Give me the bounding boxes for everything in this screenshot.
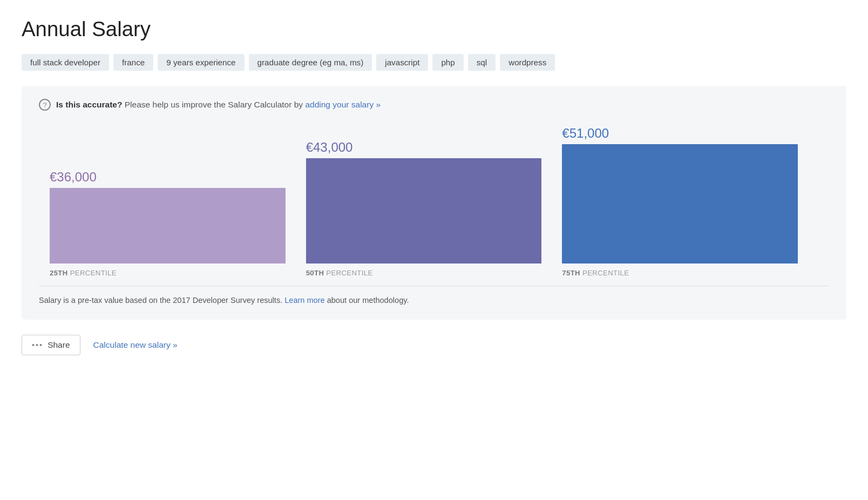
value-75: €51,000: [562, 126, 609, 141]
percentile-25-bold: 25TH: [50, 269, 68, 277]
percentile-75-bold: 75TH: [562, 269, 580, 277]
bar-group-50: €43,000 50TH PERCENTILE: [306, 126, 562, 277]
label-75: 75TH PERCENTILE: [562, 269, 629, 277]
tag-location[interactable]: france: [113, 54, 153, 71]
share-button[interactable]: ••• Share: [22, 335, 80, 355]
tag-skill3[interactable]: sql: [468, 54, 496, 71]
tags-container: full stack developer france 9 years expe…: [22, 54, 846, 71]
share-label: Share: [48, 340, 70, 350]
accuracy-bar: ? Is this accurate? Please help us impro…: [39, 99, 829, 111]
percentile-50-text: PERCENTILE: [324, 269, 372, 277]
tag-skill1[interactable]: javascript: [376, 54, 428, 71]
value-50: €43,000: [306, 140, 353, 155]
label-50: 50TH PERCENTILE: [306, 269, 373, 277]
add-salary-link[interactable]: adding your salary »: [305, 100, 381, 109]
label-25: 25TH PERCENTILE: [50, 269, 117, 277]
tag-degree[interactable]: graduate degree (eg ma, ms): [249, 54, 372, 71]
bar-50: [306, 158, 542, 263]
percentile-50-bold: 50TH: [306, 269, 324, 277]
footnote-static1: Salary is a pre-tax value based on the 2…: [39, 296, 284, 305]
tag-role[interactable]: full stack developer: [22, 54, 109, 71]
percentile-25-text: PERCENTILE: [68, 269, 117, 277]
page-title: Annual Salary: [22, 17, 846, 41]
bar-75: [562, 144, 798, 263]
salary-chart: €36,000 25TH PERCENTILE €43,000 50TH PER…: [39, 126, 829, 277]
bar-group-25: €36,000 25TH PERCENTILE: [50, 126, 306, 277]
bar-group-75: €51,000 75TH PERCENTILE: [562, 126, 818, 277]
bar-25: [50, 188, 286, 263]
accuracy-bold: Is this accurate?: [56, 100, 122, 109]
actions-bar: ••• Share Calculate new salary »: [22, 335, 846, 355]
footnote: Salary is a pre-tax value based on the 2…: [39, 296, 829, 305]
footnote-static2: about our methodology.: [325, 296, 409, 305]
accuracy-text: Is this accurate? Please help us improve…: [56, 100, 381, 110]
tag-skill2[interactable]: php: [432, 54, 463, 71]
tag-experience[interactable]: 9 years experience: [158, 54, 244, 71]
percentile-75-text: PERCENTILE: [580, 269, 629, 277]
question-icon: ?: [39, 99, 51, 111]
share-dots: •••: [32, 341, 43, 349]
calculate-new-salary-link[interactable]: Calculate new salary »: [93, 340, 178, 350]
learn-more-link[interactable]: Learn more: [284, 296, 324, 305]
accuracy-static: Please help us improve the Salary Calcul…: [122, 100, 305, 109]
chart-divider: [39, 286, 829, 286]
value-25: €36,000: [50, 170, 97, 185]
salary-card: ? Is this accurate? Please help us impro…: [22, 86, 846, 320]
tag-skill4[interactable]: wordpress: [500, 54, 555, 71]
